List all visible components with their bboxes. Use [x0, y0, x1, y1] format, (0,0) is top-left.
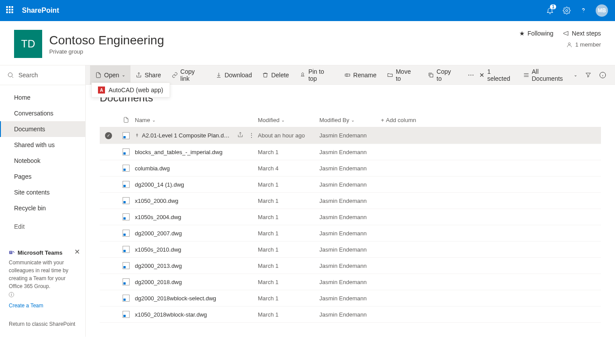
col-type-icon[interactable] [117, 116, 135, 123]
add-column-button[interactable]: + Add column [381, 117, 434, 123]
table-row[interactable]: ✓A2.01-Level 1 Composite Plan.d…⋮About a… [100, 127, 601, 144]
app-launcher-icon[interactable] [6, 6, 15, 15]
nav-item-site-contents[interactable]: Site contents [0, 184, 85, 200]
file-name[interactable]: dg2000_2013.dwg [135, 263, 258, 269]
copy-link-button[interactable]: Copy link [166, 65, 211, 85]
file-type-icon [117, 197, 135, 204]
table-row[interactable]: dg2000_2018wblock-select.dwgMarch 1Jasmi… [100, 290, 601, 306]
return-classic-link[interactable]: Return to classic SharePoint [9, 320, 76, 328]
nav-item-notebook[interactable]: Notebook [0, 153, 85, 169]
table-row[interactable]: x1050_2000.dwgMarch 1Jasmin Endemann [100, 193, 601, 209]
modified-by[interactable]: Jasmin Endemann [319, 246, 381, 253]
modified-by[interactable]: Jasmin Endemann [319, 295, 381, 302]
rename-button[interactable]: Rename [339, 65, 382, 85]
open-menu-item[interactable]: AutoCAD (web app) [109, 86, 163, 94]
delete-button[interactable]: Delete [257, 65, 294, 85]
row-check[interactable]: ✓ [100, 132, 117, 139]
modified-by[interactable]: Jasmin Endemann [319, 230, 381, 237]
file-name[interactable]: x1050s_2004.dwg [135, 214, 258, 220]
file-name[interactable]: x1050s_2010.dwg [135, 246, 258, 253]
table-row[interactable]: x1050s_2010.dwgMarch 1Jasmin Endemann [100, 241, 601, 258]
modified-by[interactable]: Jasmin Endemann [319, 263, 381, 269]
follow-row: ★ Following Next steps [519, 30, 601, 37]
user-avatar[interactable]: MB [596, 4, 608, 17]
modified-by[interactable]: Jasmin Endemann [319, 165, 381, 172]
table-row[interactable]: dg2000_2007.dwgMarch 1Jasmin Endemann [100, 225, 601, 241]
modified-date: March 1 [258, 279, 319, 285]
file-name[interactable]: dg2000_14 (1).dwg [135, 181, 258, 188]
file-type-icon [117, 262, 135, 269]
nav-item-conversations[interactable]: Conversations [0, 105, 85, 121]
close-icon: ✕ [479, 72, 485, 79]
help-icon[interactable] [579, 6, 588, 15]
modified-by[interactable]: Jasmin Endemann [319, 214, 381, 220]
modified-by[interactable]: Jasmin Endemann [319, 311, 381, 318]
modified-by[interactable]: Jasmin Endemann [319, 279, 381, 285]
file-type-icon [117, 181, 135, 188]
nav-item-shared-with-us[interactable]: Shared with us [0, 137, 85, 153]
modified-by[interactable]: Jasmin Endemann [319, 198, 381, 204]
pin-button[interactable]: Pin to top [294, 65, 339, 85]
link-icon [172, 72, 178, 78]
col-modifiedby-label: Modified By [319, 117, 349, 123]
table-row[interactable]: dg2000_14 (1).dwgMarch 1Jasmin Endemann [100, 177, 601, 193]
table-row[interactable]: x1050s_2004.dwgMarch 1Jasmin Endemann [100, 209, 601, 225]
site-title[interactable]: Contoso Engineering [49, 33, 164, 47]
file-name[interactable]: A2.01-Level 1 Composite Plan.d…⋮ [135, 132, 258, 139]
move-to-button[interactable]: Move to [382, 65, 423, 85]
member-count[interactable]: 1 member [519, 41, 601, 48]
file-name[interactable]: dg2000_2007.dwg [135, 230, 258, 237]
modified-by[interactable]: Jasmin Endemann [319, 181, 381, 188]
plus-icon: + [381, 117, 384, 123]
table-row[interactable]: x1050_2018wblock-star.dwgMarch 1Jasmin E… [100, 306, 601, 323]
next-steps-button[interactable]: Next steps [562, 30, 601, 37]
share-button[interactable]: Share [130, 65, 166, 85]
nav-item-home[interactable]: Home [0, 90, 85, 105]
settings-icon[interactable] [562, 6, 571, 15]
col-name-header[interactable]: Name ⌄ [135, 117, 258, 123]
documents-title: Documents [100, 92, 601, 104]
open-button[interactable]: Open ⌄ [90, 65, 130, 85]
file-type-icon [117, 295, 135, 302]
table-row[interactable]: blocks_and_tables_-_imperial.dwgMarch 1J… [100, 144, 601, 160]
table-row[interactable]: columbia.dwgMarch 4Jasmin Endemann [100, 160, 601, 177]
file-name[interactable]: x1050_2018wblock-star.dwg [135, 311, 258, 318]
file-name[interactable]: dg2000_2018.dwg [135, 279, 258, 285]
site-header-right: ★ Following Next steps 1 member [519, 30, 601, 48]
modified-by[interactable]: Jasmin Endemann [319, 149, 381, 155]
download-button[interactable]: Download [210, 65, 257, 85]
view-selector[interactable]: All Documents ⌄ [523, 68, 578, 82]
table-row[interactable]: dg2000_2018.dwgMarch 1Jasmin Endemann [100, 274, 601, 290]
more-icon[interactable]: ⋮ [249, 132, 254, 139]
clear-selection-button[interactable]: ✕ 1 selected [479, 68, 515, 82]
file-name[interactable]: columbia.dwg [135, 165, 258, 172]
col-modifiedby-header[interactable]: Modified By ⌄ [319, 117, 381, 123]
close-icon[interactable]: ✕ [74, 247, 80, 257]
dwg-file-icon [123, 262, 130, 269]
copy-to-button[interactable]: Copy to [423, 65, 463, 85]
share-icon[interactable] [237, 132, 243, 139]
notifications-icon[interactable]: 1 [546, 6, 554, 15]
product-name[interactable]: SharePoint [22, 7, 59, 14]
info-pane-button[interactable] [599, 72, 606, 79]
table-row[interactable]: dg2000_2013.dwgMarch 1Jasmin Endemann [100, 258, 601, 274]
file-name[interactable]: blocks_and_tables_-_imperial.dwg [135, 149, 258, 155]
row-actions: ⋮ [237, 132, 258, 139]
nav-item-documents[interactable]: Documents [0, 121, 85, 137]
modified-date: March 1 [258, 311, 319, 318]
filter-button[interactable] [585, 72, 591, 78]
file-type-icon [117, 278, 135, 285]
file-name[interactable]: x1050_2000.dwg [135, 198, 258, 204]
more-actions-button[interactable]: ⋯ [463, 65, 479, 85]
file-name[interactable]: dg2000_2018wblock-select.dwg [135, 295, 258, 302]
create-team-link[interactable]: Create a Team [9, 302, 76, 310]
col-modified-header[interactable]: Modified ⌄ [258, 117, 319, 123]
following-button[interactable]: ★ Following [519, 30, 554, 37]
nav-item-recycle-bin[interactable]: Recycle bin [0, 200, 85, 216]
nav-edit[interactable]: Edit [0, 219, 85, 234]
search-box[interactable]: Search [0, 65, 85, 85]
svg-rect-9 [345, 74, 350, 76]
info-icon[interactable]: i [9, 292, 14, 297]
modified-by[interactable]: Jasmin Endemann [319, 132, 381, 139]
nav-item-pages[interactable]: Pages [0, 169, 85, 184]
